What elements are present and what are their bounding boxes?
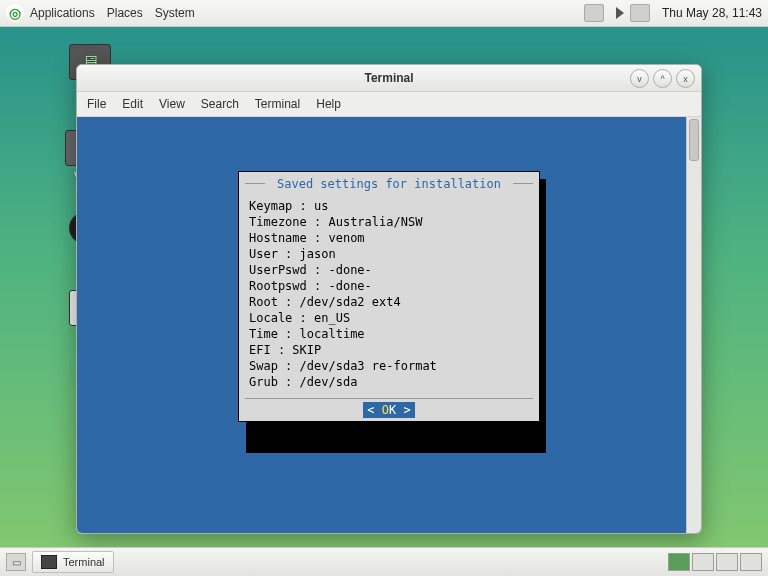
menu-file[interactable]: File	[87, 97, 106, 111]
window-titlebar[interactable]: Terminal v ^ x	[77, 65, 701, 92]
workspace-3[interactable]	[716, 553, 738, 571]
workspace-2[interactable]	[692, 553, 714, 571]
bottom-panel: ▭ Terminal	[0, 547, 768, 576]
system-tray: Thu May 28, 11:43	[584, 4, 762, 22]
menu-terminal[interactable]: Terminal	[255, 97, 300, 111]
menu-view[interactable]: View	[159, 97, 185, 111]
terminal-scrollbar[interactable]	[686, 117, 701, 533]
dialog-body: Keymap : us Timezone : Australia/NSW Hos…	[239, 194, 539, 398]
scrollbar-thumb[interactable]	[689, 119, 699, 161]
terminal-window: Terminal v ^ x File Edit View Search Ter…	[76, 64, 702, 534]
menu-edit[interactable]: Edit	[122, 97, 143, 111]
menu-help[interactable]: Help	[316, 97, 341, 111]
top-menu: Applications Places System	[30, 6, 195, 20]
window-minimize-button[interactable]: v	[630, 69, 649, 88]
menu-applications[interactable]: Applications	[30, 6, 95, 20]
menu-search[interactable]: Search	[201, 97, 239, 111]
menu-system[interactable]: System	[155, 6, 195, 20]
workspace-1[interactable]	[668, 553, 690, 571]
update-manager-icon[interactable]	[584, 4, 604, 22]
menu-places[interactable]: Places	[107, 6, 143, 20]
window-close-button[interactable]: x	[676, 69, 695, 88]
terminal-menubar: File Edit View Search Terminal Help	[77, 92, 701, 117]
task-terminal[interactable]: Terminal	[32, 551, 114, 573]
terminal-viewport[interactable]: Saved settings for installation Keymap :…	[77, 117, 701, 533]
task-label: Terminal	[63, 556, 105, 568]
workspace-switcher[interactable]	[668, 553, 762, 571]
window-title: Terminal	[364, 71, 413, 85]
distro-logo-icon[interactable]: ◎	[6, 4, 24, 22]
workspace-4[interactable]	[740, 553, 762, 571]
window-maximize-button[interactable]: ^	[653, 69, 672, 88]
top-panel: ◎ Applications Places System Thu May 28,…	[0, 0, 768, 27]
dialog-title: Saved settings for installation	[239, 172, 539, 194]
network-icon[interactable]	[630, 4, 650, 22]
ok-button[interactable]: < OK >	[363, 402, 414, 418]
installer-dialog: Saved settings for installation Keymap :…	[238, 171, 540, 422]
show-desktop-button[interactable]: ▭	[6, 553, 26, 571]
dialog-button-row: < OK >	[245, 398, 533, 421]
clock[interactable]: Thu May 28, 11:43	[662, 6, 762, 20]
volume-icon[interactable]	[616, 7, 624, 19]
terminal-icon	[41, 555, 57, 569]
